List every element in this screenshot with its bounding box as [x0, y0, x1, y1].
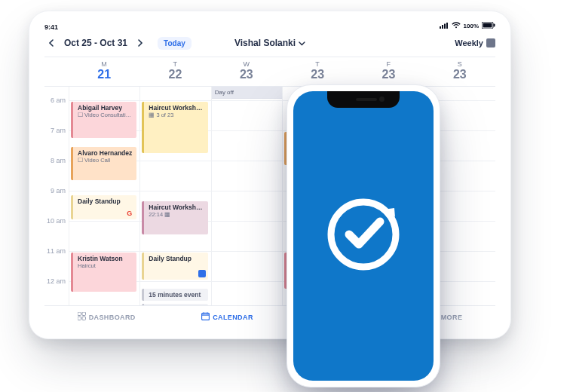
calendar-event[interactable]: Abigail Harvey☐ Video Consultations	[71, 102, 136, 138]
day-of-week-label: F	[353, 60, 424, 68]
app-icon	[198, 270, 206, 277]
calendar-event[interactable]: 15 minutes event	[142, 289, 207, 301]
day-column[interactable]: Day off	[211, 87, 282, 305]
time-label: 8 am	[51, 157, 66, 164]
allday-event[interactable]: Day off	[212, 87, 282, 99]
day-of-week-label: M	[69, 60, 139, 68]
event-subtitle: 22:14 ▦	[149, 211, 204, 218]
calendar-event[interactable]: Kristin WatsonHaircut	[71, 253, 136, 292]
day-of-week-label: S	[424, 60, 495, 68]
day-number-label: 23	[353, 68, 424, 81]
day-header-row: M21T22W23T23F23S23	[44, 57, 495, 87]
user-selector[interactable]: Vishal Solanki	[234, 38, 305, 48]
day-of-week-label: T	[139, 60, 210, 68]
svg-rect-0	[440, 26, 441, 29]
battery-icon	[482, 22, 495, 30]
time-label: 6 am	[51, 96, 66, 104]
day-header[interactable]: F23	[353, 57, 424, 86]
view-mode-label: Weekly	[455, 38, 483, 47]
signal-icon	[440, 23, 449, 30]
svg-rect-6	[494, 24, 495, 27]
nav-dashboard-label: DASHBOARD	[89, 314, 136, 321]
dashboard-icon	[78, 312, 86, 322]
calendar-event[interactable]: ☐ Meeting with Jo…	[142, 304, 207, 305]
status-bar: 9:41 100%	[44, 22, 495, 32]
nav-calendar-label: CALENDAR	[213, 314, 253, 321]
day-header[interactable]: S23	[424, 57, 495, 86]
day-number-label: 22	[139, 68, 210, 81]
time-label: 12 am	[47, 277, 66, 285]
nav-more-label: MORE	[441, 314, 463, 321]
day-header[interactable]: T22	[139, 57, 210, 86]
day-number-label: 21	[69, 68, 139, 81]
event-subtitle: ☐ Video Call	[78, 157, 133, 164]
svg-rect-1	[442, 25, 443, 29]
prev-week-button[interactable]	[44, 36, 58, 50]
event-title: Abigail Harvey	[78, 104, 133, 112]
day-column[interactable]: Haircut Workshops▦ 3 of 23Haircut Worksh…	[139, 87, 210, 305]
day-header[interactable]: W23	[211, 57, 282, 86]
nav-calendar[interactable]: CALENDAR	[201, 312, 253, 322]
google-icon: G	[127, 210, 134, 217]
nav-dashboard[interactable]: DASHBOARD	[78, 312, 136, 322]
next-week-button[interactable]	[133, 36, 147, 50]
event-subtitle: ▦ 3 of 23	[149, 112, 204, 118]
calendar-event[interactable]: Haircut Workshops22:14 ▦	[142, 201, 207, 234]
svg-rect-10	[82, 317, 86, 320]
date-range-label: Oct 25 - Oct 31	[64, 38, 127, 48]
calendar-event[interactable]: Daily Standup	[142, 253, 207, 280]
time-label: 7 am	[51, 127, 66, 134]
event-title: Daily Standup	[78, 198, 133, 205]
day-header[interactable]: T23	[282, 57, 353, 86]
calendar-event[interactable]: Daily StandupG	[71, 195, 136, 219]
user-name-label: Vishal Solanki	[234, 38, 296, 48]
day-number-label: 23	[424, 68, 495, 81]
event-subtitle: Haircut	[78, 262, 133, 269]
svg-rect-5	[483, 23, 492, 28]
phone-splash	[293, 91, 434, 381]
grid-icon	[486, 38, 495, 47]
time-label: 11 am	[47, 247, 66, 255]
time-label: 10 am	[47, 217, 66, 225]
svg-rect-3	[446, 23, 448, 29]
day-number-label: 23	[211, 68, 282, 81]
chevron-down-icon	[299, 38, 305, 48]
day-header[interactable]: M21	[69, 57, 139, 86]
time-label: 9 am	[51, 187, 66, 194]
day-number-label: 23	[282, 68, 353, 81]
svg-rect-7	[78, 312, 81, 316]
day-of-week-label: W	[211, 60, 282, 68]
battery-label: 100%	[464, 23, 479, 29]
svg-rect-9	[78, 317, 81, 320]
status-time: 9:41	[44, 23, 58, 31]
phone-device	[286, 84, 440, 387]
event-title: Kristin Watson	[78, 255, 133, 262]
today-button[interactable]: Today	[158, 37, 192, 50]
event-title: Haircut Workshops	[149, 204, 204, 211]
svg-rect-8	[82, 312, 86, 316]
wifi-icon	[452, 22, 461, 30]
view-mode-selector[interactable]: Weekly	[455, 38, 495, 47]
phone-notch	[327, 91, 400, 108]
day-column[interactable]: Abigail Harvey☐ Video ConsultationsAlvar…	[69, 87, 139, 305]
event-title: Haircut Workshops	[149, 104, 204, 112]
event-title: Alvaro Hernandez	[78, 149, 133, 157]
event-subtitle: ☐ Video Consultations	[78, 112, 133, 118]
day-of-week-label: T	[282, 60, 353, 68]
event-title: Daily Standup	[149, 255, 204, 262]
calendar-event[interactable]: Haircut Workshops▦ 3 of 23	[142, 102, 207, 153]
svg-rect-11	[202, 314, 210, 320]
svg-rect-2	[444, 23, 446, 29]
app-logo-icon	[322, 193, 405, 279]
calendar-icon	[201, 312, 210, 322]
calendar-event[interactable]: Alvaro Hernandez☐ Video Call	[71, 147, 136, 180]
event-title: 15 minutes event	[149, 291, 204, 299]
